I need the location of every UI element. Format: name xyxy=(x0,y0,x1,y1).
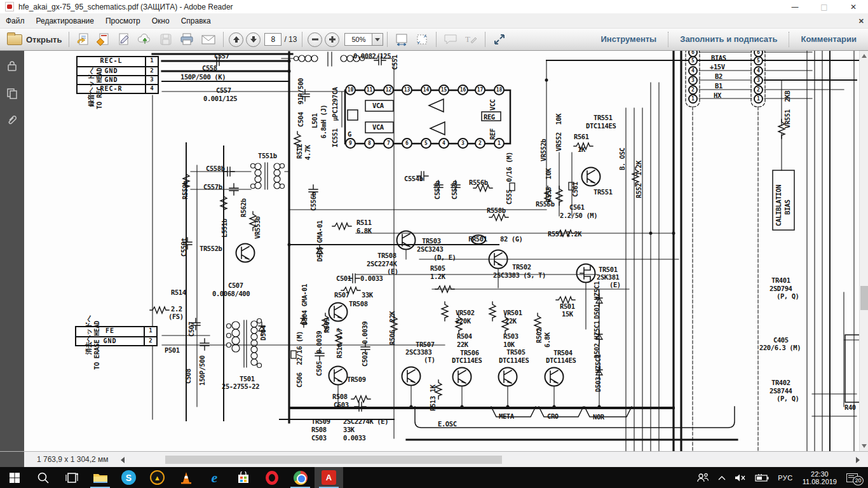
connector-pin-number: 2 xyxy=(145,67,158,75)
start-button[interactable] xyxy=(0,467,29,488)
right-panel-buttons: Инструменты Заполнить и подписать Коммен… xyxy=(589,29,868,51)
taskbar-aimp[interactable]: ▲ xyxy=(143,467,172,488)
schematic-label: CALIBLATION xyxy=(775,185,782,226)
zoom-out-button[interactable] xyxy=(308,32,322,47)
schematic-label: D502 HZ5C1 xyxy=(593,321,600,358)
schematic-label: TR507 xyxy=(416,341,435,348)
schematic-label: NOR xyxy=(593,414,604,421)
people-icon[interactable] xyxy=(692,467,714,488)
schematic-pin: 8 xyxy=(364,138,375,149)
pdf-page-schematic[interactable]: REC-L1GND2GND3REC-R4 FE1GND2 C557C558150… xyxy=(24,51,859,451)
open-button[interactable]: Открыть xyxy=(4,30,65,48)
bookmarks-icon[interactable] xyxy=(6,61,18,72)
send-file-button[interactable] xyxy=(73,30,93,48)
taskbar-adobe-reader[interactable]: A xyxy=(315,467,343,488)
taskbar-search-button[interactable] xyxy=(29,467,57,488)
previous-page-button[interactable] xyxy=(229,32,243,47)
schematic-label: R503 xyxy=(503,333,519,340)
zoom-dropdown-button[interactable] xyxy=(372,33,383,46)
fit-width-button[interactable] xyxy=(391,30,412,48)
microsoft-store-icon xyxy=(237,471,250,484)
schematic-label: TR551 xyxy=(593,189,613,196)
taskbar-skype[interactable]: S xyxy=(114,467,143,488)
schematic-label: 4.7K xyxy=(304,145,311,160)
schematic-pin: 6 xyxy=(402,138,412,149)
schematic-label: VCA xyxy=(372,124,384,131)
actual-size-button[interactable] xyxy=(412,30,432,48)
schematic-label: L501 xyxy=(311,113,318,128)
close-button[interactable]: ✕ xyxy=(839,0,868,14)
menu-window[interactable]: Окно xyxy=(146,14,175,28)
schematic-label: TR509 xyxy=(347,376,366,383)
horizontal-scrollbar[interactable] xyxy=(130,452,851,467)
connector-row-label: REC-L xyxy=(78,57,145,66)
schematic-label: C561 xyxy=(569,204,585,211)
comments-panel-button[interactable]: Комментарии xyxy=(789,32,868,47)
schematic-label: 2SC3243 xyxy=(417,246,443,253)
action-center-button[interactable]: 20 xyxy=(842,467,868,488)
tray-expand-chevron-icon[interactable] xyxy=(714,467,730,488)
taskbar-file-explorer[interactable] xyxy=(86,467,114,488)
menu-file[interactable]: Файл xyxy=(0,14,31,28)
schematic-label: VCC xyxy=(489,99,496,111)
schematic-pin: 15 xyxy=(438,85,449,95)
schematic-label: C508 xyxy=(185,369,192,384)
schematic-label: (T) xyxy=(424,356,435,363)
menu-edit[interactable]: Редактирование xyxy=(31,14,100,28)
taskbar-microsoft-store[interactable] xyxy=(229,467,257,488)
zoom-in-button[interactable] xyxy=(325,32,339,47)
schematic-label: R509 xyxy=(323,318,330,333)
create-pdf-button[interactable] xyxy=(93,30,114,48)
task-view-button[interactable] xyxy=(57,467,86,488)
schematic-label: 0.0082/125 xyxy=(353,53,391,60)
tools-panel-button[interactable]: Инструменты xyxy=(589,32,668,47)
sign-document-button[interactable] xyxy=(114,30,134,48)
page-number-input[interactable] xyxy=(264,33,281,46)
fill-sign-panel-button[interactable]: Заполнить и подписать xyxy=(668,32,789,47)
minimize-button[interactable]: — xyxy=(780,0,810,14)
language-indicator[interactable]: РУС xyxy=(773,467,797,488)
schematic-label: TR506 xyxy=(460,349,479,356)
schematic-label: FR501 xyxy=(468,236,487,243)
maximize-button[interactable]: □ xyxy=(810,0,839,14)
scroll-down-icon[interactable] xyxy=(862,444,867,448)
close-document-button[interactable]: ✕ xyxy=(858,17,864,25)
schematic-label: META xyxy=(499,413,514,420)
attachments-icon[interactable] xyxy=(6,114,18,126)
windows-logo-icon xyxy=(9,472,20,484)
page-thumbnails-icon[interactable] xyxy=(6,88,18,99)
text-annotation-button: T xyxy=(461,30,481,48)
taskbar-vlc[interactable] xyxy=(172,467,200,488)
volume-muted-icon[interactable] xyxy=(730,467,750,488)
schematic-label: 録音ヘッドへ xyxy=(88,67,95,107)
menu-help[interactable]: Справка xyxy=(175,14,217,28)
file-explorer-icon xyxy=(93,471,108,484)
menu-view[interactable]: Просмотр xyxy=(100,14,146,28)
vertical-scrollbar-thumb[interactable] xyxy=(860,286,868,310)
schematic-label: TR401 xyxy=(771,277,790,284)
scroll-left-icon[interactable] xyxy=(121,457,125,463)
schematic-label: R507 xyxy=(334,292,349,299)
schematic-label: C505 0.0039 xyxy=(316,331,323,376)
taskbar-opera[interactable] xyxy=(257,467,286,488)
schematic-label: TR502 xyxy=(512,264,531,271)
schematic-label: 15K xyxy=(562,311,573,318)
next-page-button[interactable] xyxy=(246,32,261,47)
zoom-level-value[interactable]: 50% xyxy=(344,33,372,46)
scroll-right-icon[interactable] xyxy=(856,457,860,463)
taskbar-clock[interactable]: 22:30 11.08.2019 xyxy=(797,470,842,485)
schematic-label: VR551 2KB xyxy=(784,91,791,128)
horizontal-scrollbar-thumb[interactable] xyxy=(165,456,502,464)
fullscreen-button[interactable] xyxy=(489,30,510,48)
taskbar-chrome[interactable] xyxy=(286,467,315,488)
vertical-scrollbar[interactable] xyxy=(859,51,868,451)
battery-icon[interactable] xyxy=(750,467,773,488)
cloud-upload-button[interactable] xyxy=(134,30,156,48)
taskbar-edge[interactable]: e xyxy=(200,467,229,488)
scroll-up-icon[interactable] xyxy=(862,54,867,58)
schematic-label: (FS) xyxy=(168,313,184,320)
email-button[interactable] xyxy=(198,30,219,48)
schematic-pin: 13 xyxy=(402,85,412,95)
print-button[interactable] xyxy=(176,30,198,48)
schematic-label: 220/6.3 (M) xyxy=(759,344,801,351)
